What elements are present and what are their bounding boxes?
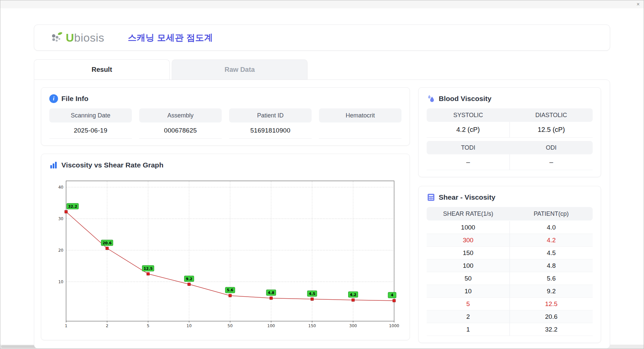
blood-viscosity-card: Blood Viscosity SYSTOLIC DIASTOLIC 4.2 (… [418,87,601,177]
tab-raw-data[interactable]: Raw Data [172,59,308,80]
systolic-value: 4.2 (cP) [427,122,509,137]
field-label: Scanning Date [49,108,132,122]
table-row: 10 9.2 [427,285,593,298]
patient-viscosity-value: 4.8 [509,259,593,272]
svg-text:40: 40 [58,185,63,190]
blood-viscosity-title-row: Blood Viscosity [427,94,593,103]
tab-bar: Result Raw Data [34,59,610,80]
patient-viscosity-value: 32.2 [509,323,593,336]
table-row: 5 12.5 [427,298,593,310]
shear-rate-value: 2 [427,310,509,323]
field-value: 000678625 [139,122,222,139]
table-row: 150 4.5 [427,247,593,259]
graph-title: Viscosity vs Shear Rate Graph [61,161,163,169]
table-row: 100 4.8 [427,259,593,272]
svg-text:4.5: 4.5 [309,292,316,296]
bar-chart-icon [49,161,58,169]
logo-text: Ubiosis [66,31,104,44]
svg-text:10: 10 [58,280,63,284]
todi-label: TODI [427,144,510,151]
svg-text:100: 100 [267,323,275,328]
svg-text:20: 20 [58,248,63,253]
patient-viscosity-value: 4.0 [509,221,593,234]
viscosity-chart: 102030401251050100150300100032.220.612.5… [49,175,401,334]
odi-label: ODI [510,144,593,151]
field-assembly: Assembly 000678625 [139,108,222,139]
shear-rate-value: 1000 [427,221,509,234]
field-value: 2025-06-19 [49,122,132,139]
svg-text:20.6: 20.6 [103,241,112,245]
shear-viscosity-rows: 1000 4.0 300 4.2 150 4.5 100 4.8 50 5.6 … [427,221,593,336]
table-row: 50 5.6 [427,272,593,285]
file-info-title-row: i File Info [49,94,401,103]
field-value: 51691810900 [229,122,312,139]
patient-viscosity-value: 12.5 [509,298,593,310]
svg-text:4.8: 4.8 [268,291,275,295]
diastolic-label: DIASTOLIC [510,112,593,119]
info-icon: i [49,94,58,103]
viscosity-graph-card: Viscosity vs Shear Rate Graph 1020304012… [41,154,410,340]
svg-text:10: 10 [186,323,192,328]
svg-text:1: 1 [65,323,67,328]
svg-text:32.2: 32.2 [68,204,77,209]
patient-viscosity-value: 20.6 [509,310,593,323]
ubiosis-logo: Ubiosis [50,31,104,44]
field-label: Hematocrit [319,108,401,122]
file-info-title: File Info [61,95,89,103]
shear-rate-value: 50 [427,272,509,285]
shear-viscosity-card: Shear - Viscosity SHEAR RATE(1/s) PATIEN… [418,186,601,343]
right-column: Blood Viscosity SYSTOLIC DIASTOLIC 4.2 (… [418,87,601,343]
graph-title-row: Viscosity vs Shear Rate Graph [49,161,401,169]
ubiosis-logo-icon [50,31,64,44]
systolic-label: SYSTOLIC [427,112,510,119]
svg-text:5: 5 [147,323,150,328]
page: Ubiosis 스캐닝 모세관 점도계 Result Raw Data i Fi… [0,24,644,349]
shear-table-header: SHEAR RATE(1/s) PATIENT(cp) [427,207,593,220]
patient-viscosity-value: 9.2 [509,285,593,297]
svg-text:4: 4 [391,293,393,297]
svg-text:50: 50 [227,323,232,328]
tab-result[interactable]: Result [34,59,170,80]
shear-rate-value: 1 [427,323,509,336]
shear-viscosity-title: Shear - Viscosity [439,193,495,201]
left-column: i File Info Scanning Date 2025-06-19 Ass… [41,87,410,343]
patient-viscosity-value: 4.5 [509,247,593,259]
table-row: 2 20.6 [427,310,593,323]
shear-viscosity-title-row: Shear - Viscosity [427,193,593,202]
bv-header-row-2: TODI ODI [427,141,593,154]
diastolic-value: 12.5 (cP) [509,122,593,137]
bv-value-row-1: 4.2 (cP) 12.5 (cP) [427,122,593,138]
svg-text:9.2: 9.2 [186,277,193,281]
table-row: 300 4.2 [427,234,593,247]
shear-rate-column-header: SHEAR RATE(1/s) [427,210,510,217]
patient-viscosity-value: 4.2 [509,234,593,246]
calculator-grid-icon [427,193,435,202]
bv-header-row-1: SYSTOLIC DIASTOLIC [427,108,593,122]
result-panel: i File Info Scanning Date 2025-06-19 Ass… [34,80,610,349]
close-icon[interactable]: × [637,2,640,7]
svg-text:1000: 1000 [389,323,399,328]
shear-rate-value: 5 [427,298,509,310]
page-title: 스캐닝 모세관 점도계 [128,32,213,44]
field-patient-id: Patient ID 51691810900 [229,108,312,139]
odi-value: – [509,154,593,170]
svg-text:300: 300 [349,323,357,328]
app-header: Ubiosis 스캐닝 모세관 점도계 [34,24,610,51]
patient-viscosity-value: 5.6 [509,272,593,285]
shear-rate-value: 150 [427,247,509,259]
shear-rate-value: 10 [427,285,509,297]
table-row: 1 32.2 [427,323,593,336]
field-hematocrit: Hematocrit [319,108,401,139]
field-value [319,122,401,139]
svg-text:12.5: 12.5 [144,266,153,271]
shear-rate-value: 100 [427,259,509,272]
bv-value-row-2: – – [427,154,593,170]
patient-column-header: PATIENT(cp) [510,210,593,217]
table-row: 1000 4.0 [427,221,593,234]
field-scanning-date: Scanning Date 2025-06-19 [49,108,132,139]
svg-text:5.6: 5.6 [227,288,233,292]
file-info-fields: Scanning Date 2025-06-19 Assembly 000678… [49,108,401,139]
blood-viscosity-title: Blood Viscosity [439,95,491,103]
svg-text:150: 150 [308,323,316,328]
field-label: Assembly [139,108,222,122]
